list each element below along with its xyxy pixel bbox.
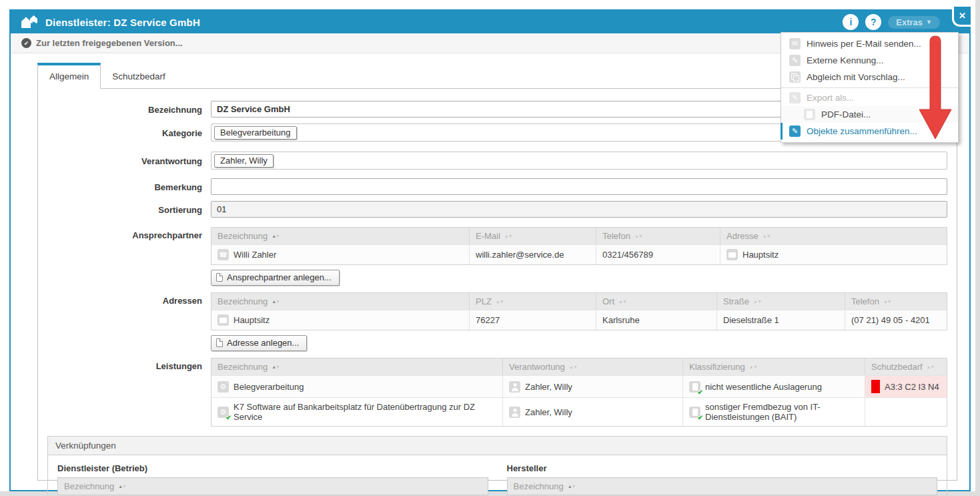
sort-icon: ▲▼ — [504, 234, 512, 238]
column-header[interactable]: Verantwortung▲▼ — [503, 358, 683, 375]
new-document-icon — [216, 273, 223, 282]
add-contact-button[interactable]: Ansprechpartner anlegen... — [211, 270, 340, 286]
adressen-label: Adressen — [47, 292, 202, 306]
extras-label: Extras — [896, 17, 923, 27]
kategorie-chip[interactable]: Belegverarbeitung — [214, 126, 297, 140]
leistungen-block: Bezeichnung▲▼ Verantwortung▲▼ Klassifizi… — [211, 358, 947, 427]
classification-doc-icon: ✔ — [689, 381, 700, 393]
menu-item-label: Objekte zusammenführen... — [807, 126, 917, 136]
verantwortung-field[interactable]: Zahler, Willy — [211, 152, 947, 170]
check-icon: ✔ — [698, 414, 703, 421]
column-header[interactable]: Bezeichnung▲▼ — [211, 358, 503, 375]
table-header-row: Bezeichnung▲▼ Verantwortung▲▼ Klassifizi… — [211, 358, 947, 375]
address-city: Karlsruhe — [602, 315, 640, 325]
last-released-version-link[interactable]: Zur letzten freigegebenen Version... — [36, 38, 183, 48]
contact-address: Hauptsitz — [743, 250, 779, 260]
adressen-table: Bezeichnung▲▼ PLZ▲▼ Ort▲▼ Straße▲▼ Telef… — [211, 292, 947, 330]
address-zip: 76227 — [476, 315, 500, 325]
menu-item-externe-kennung[interactable]: ✎ Externe Kennung... — [781, 52, 958, 69]
address-street-cell: Dieselstraße 1 — [717, 310, 845, 330]
verknuepfungen-title: Verknüpfungen — [48, 437, 947, 455]
edit-icon: ✎ — [789, 55, 801, 66]
chevron-down-icon: ▼ — [926, 19, 932, 25]
menu-item-abgleich-vorschlag[interactable]: Abgleich mit Vorschlag... — [781, 69, 958, 85]
column-header[interactable]: Schutzbedarf▲▼ — [865, 358, 947, 375]
column-header[interactable]: Bezeichnung▲▼ — [211, 293, 470, 310]
dienstleister-betrieb-table-header[interactable]: Bezeichnung ▲▼ — [57, 477, 488, 495]
hersteller-table-header[interactable]: Bezeichnung ▲▼ — [507, 477, 938, 495]
column-header-label: Bezeichnung — [217, 231, 268, 241]
person-icon — [509, 381, 520, 393]
help-icon: ? — [871, 17, 877, 27]
service-classification-cell: ✔ sonstiger Fremdbezug von IT-Dienstleis… — [683, 398, 865, 426]
sort-icon: ▲▼ — [118, 484, 126, 489]
menu-item-hinweis-email[interactable]: ✉ Hinweis per E-Mail senden... — [781, 35, 958, 52]
address-icon — [217, 314, 229, 326]
table-body: Hauptsitz 76227 Karlsruhe Dieselstraße 1… — [211, 310, 947, 330]
address-name: Hauptsitz — [233, 315, 270, 325]
column-header[interactable]: Klassifizierung▲▼ — [683, 358, 865, 375]
ansprechpartner-table: Bezeichnung▲▼ E-Mail▲▼ Telefon▲▼ Adresse… — [211, 227, 947, 265]
sort-icon: ▲▼ — [753, 299, 761, 304]
column-header[interactable]: Adresse▲▼ — [720, 228, 947, 244]
contact-email: willi.zahler@service.de — [476, 250, 564, 260]
info-icon: i — [849, 17, 852, 27]
bemerkung-input[interactable] — [211, 178, 947, 195]
verantwortung-chip[interactable]: Zahler, Willy — [214, 154, 274, 168]
extras-dropdown-menu: ✉ Hinweis per E-Mail senden... ✎ Externe… — [781, 32, 959, 143]
extras-button[interactable]: Extras ▼ — [888, 16, 940, 29]
column-header[interactable]: Bezeichnung▲▼ — [211, 228, 470, 244]
merge-icon: ✎ — [789, 126, 801, 137]
sort-icon: ▲▼ — [569, 364, 577, 369]
add-address-button[interactable]: Adresse anlegen... — [211, 335, 307, 351]
info-button[interactable]: i — [843, 14, 859, 30]
column-header[interactable]: Ort▲▼ — [596, 293, 717, 310]
menu-item-pdf-datei[interactable]: PDF-Datei... — [781, 106, 958, 123]
check-icon: ✔ — [226, 414, 231, 421]
tab-schutzbedarf[interactable]: Schutzbedarf — [101, 65, 177, 88]
table-header-row: Bezeichnung▲▼ E-Mail▲▼ Telefon▲▼ Adresse… — [211, 228, 947, 244]
column-header[interactable]: Telefon▲▼ — [596, 228, 720, 244]
service-gear-icon: ⚙ — [217, 381, 229, 393]
help-button[interactable]: ? — [865, 14, 881, 30]
column-header[interactable]: PLZ▲▼ — [470, 293, 596, 310]
close-button[interactable]: ✕ — [952, 7, 971, 27]
column-header[interactable]: Telefon▲▼ — [845, 293, 947, 310]
table-row[interactable]: ☎ Willi Zahler willi.zahler@service.de 0… — [211, 244, 947, 264]
menu-item-objekte-zusammenfuehren[interactable]: ✎ Objekte zusammenführen... — [781, 123, 958, 140]
column-header-label: Bezeichnung — [217, 296, 268, 306]
check-icon: ✔ — [698, 389, 703, 396]
table-header-row: Bezeichnung▲▼ PLZ▲▼ Ort▲▼ Straße▲▼ Telef… — [211, 293, 947, 310]
sort-icon: ▲▼ — [272, 299, 280, 304]
service-name-cell: ⚙ Belegverarbeitung — [211, 376, 503, 397]
sort-icon: ▲▼ — [883, 299, 891, 304]
table-row[interactable]: Hauptsitz 76227 Karlsruhe Dieselstraße 1… — [211, 310, 947, 330]
column-header[interactable]: E-Mail▲▼ — [470, 228, 596, 244]
dienstleister-betrieb-column: Dienstleister (Betrieb) Bezeichnung ▲▼ — [57, 463, 488, 495]
menu-item-label: PDF-Datei... — [821, 109, 871, 119]
sortierung-input[interactable] — [211, 201, 947, 218]
column-header-label: Straße — [723, 296, 749, 306]
menu-item-export-als[interactable]: ✎ Export als... — [781, 87, 958, 106]
window-title: Dienstleister: DZ Service GmbH — [45, 17, 200, 28]
add-contact-label: Ansprechpartner anlegen... — [227, 272, 332, 282]
menu-item-label: Hinweis per E-Mail senden... — [807, 39, 921, 49]
adressen-block: Bezeichnung▲▼ PLZ▲▼ Ort▲▼ Straße▲▼ Telef… — [211, 292, 947, 358]
service-classification: nicht wesentliche Auslagerung — [705, 382, 822, 392]
table-row[interactable]: ⚙✔ K7 Software auf Bankarbeitsplatz für … — [211, 397, 947, 426]
protection-need-cell — [865, 398, 947, 426]
menu-item-label: Abgleich mit Vorschlag... — [807, 72, 905, 82]
address-name-cell: Hauptsitz — [211, 310, 470, 330]
sortierung-label: Sortierung — [47, 204, 202, 215]
column-header[interactable]: Straße▲▼ — [717, 293, 845, 310]
table-row[interactable]: ⚙ Belegverarbeitung Zahler, Willy ✔ nich… — [211, 375, 947, 397]
service-responsible: Zahler, Willy — [525, 382, 572, 392]
address-phone: (07 21) 49 05 - 4201 — [851, 315, 930, 325]
column-header-label: Bezeichnung — [514, 481, 564, 491]
column-header-label: Schutzbedarf — [871, 362, 923, 372]
service-responsible-cell: Zahler, Willy — [503, 398, 683, 426]
column-header-label: Verantwortung — [509, 362, 565, 372]
table-body: ⚙ Belegverarbeitung Zahler, Willy ✔ nich… — [211, 375, 947, 426]
column-header-label: Bezeichnung — [217, 362, 268, 372]
tab-allgemein[interactable]: Allgemein — [37, 63, 101, 89]
